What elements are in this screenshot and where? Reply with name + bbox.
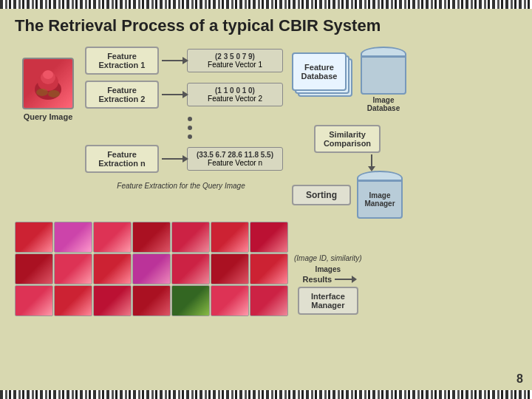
vector-box-n: (33.5 6.7 28.6 11.8 5.5) Feature Vector … (187, 147, 283, 171)
bottom-section: (Image ID, similarity) Images Results In… (15, 222, 517, 315)
bottom-barcode (0, 390, 532, 399)
image-manager: Image Manager (357, 171, 403, 219)
extraction-caption: Feature Extraction for the Query Image (85, 182, 277, 190)
thumb-13 (211, 253, 249, 284)
image-database: Image Database (357, 47, 410, 112)
thumb-3 (93, 222, 132, 253)
thumb-14 (250, 253, 288, 284)
query-image (22, 58, 74, 109)
thumb-2 (54, 222, 92, 253)
svg-point-4 (36, 89, 48, 96)
thumb-6 (211, 222, 249, 253)
thumb-5 (171, 222, 210, 253)
slide-title: The Retrieval Process of a typical CBIR … (15, 16, 517, 35)
results-col: (Image ID, similarity) Images Results In… (294, 254, 362, 315)
similarity-row: Similarity Comparison (292, 114, 410, 153)
thumb-19 (171, 285, 210, 316)
thumbnail-grid (15, 222, 287, 315)
feature-box-n: FeatureExtraction n (85, 145, 159, 173)
results-row: Results (302, 275, 353, 284)
arrow-1 (162, 60, 184, 61)
sorting-box: Sorting (292, 185, 351, 205)
image-id-label: (Image ID, similarity) (294, 254, 362, 262)
thumb-7 (250, 222, 288, 253)
thumb-1 (15, 222, 53, 253)
thumb-10 (93, 253, 132, 284)
right-col: Feature Database Image Database Similari… (292, 47, 410, 219)
arrow-2 (162, 94, 184, 95)
thumb-16 (54, 285, 92, 316)
thumb-18 (132, 285, 171, 316)
similarity-comparison-box: Similarity Comparison (314, 125, 381, 153)
vector-box-2: (1 1 0 0 1 0) Feature Vector 2 (187, 83, 283, 106)
arrow-down-1 (332, 154, 410, 168)
thumb-21 (250, 285, 288, 316)
image-database-label: Image Database (357, 96, 410, 112)
thumb-4 (132, 222, 171, 253)
feature-database: Feature Database (292, 52, 352, 103)
svg-point-3 (43, 70, 53, 79)
thumb-9 (54, 253, 92, 284)
vector-box-1: (2 3 5 0 7 9) Feature Vector 1 (187, 49, 283, 72)
query-image-col: Query Image (15, 58, 81, 121)
slide-content: The Retrieval Process of a typical CBIR … (0, 9, 532, 390)
thumb-12 (171, 253, 210, 284)
thumb-20 (211, 285, 249, 316)
arrow-n (162, 158, 184, 160)
feature-extraction-area: FeatureExtraction 1 (2 3 5 0 7 9) Featur… (85, 47, 283, 190)
feature-box-1: FeatureExtraction 1 (85, 47, 159, 75)
feature-box-2: FeatureExtraction 2 (85, 81, 159, 109)
feature-row-2: FeatureExtraction 2 (1 1 0 0 1 0) Featur… (85, 81, 283, 109)
feature-row-1: FeatureExtraction 1 (2 3 5 0 7 9) Featur… (85, 47, 283, 75)
results-label: Results (302, 275, 332, 284)
query-image-label: Query Image (24, 112, 73, 121)
svg-point-5 (48, 90, 60, 98)
images-label: Images (316, 265, 341, 273)
page-number: 8 (516, 372, 523, 386)
thumb-8 (15, 253, 53, 284)
image-manager-label: Image Manager (358, 191, 401, 208)
feature-row-n: FeatureExtraction n (33.5 6.7 28.6 11.8 … (85, 145, 283, 173)
sorting-row: Sorting Image Manager (292, 171, 410, 219)
thumb-11 (132, 253, 171, 284)
db-row: Feature Database Image Database (292, 47, 410, 112)
top-barcode (0, 0, 532, 9)
interface-manager-box: Interface Manager (298, 287, 358, 315)
thumb-15 (15, 285, 53, 316)
thumb-17 (93, 285, 132, 316)
ellipsis (96, 115, 283, 141)
